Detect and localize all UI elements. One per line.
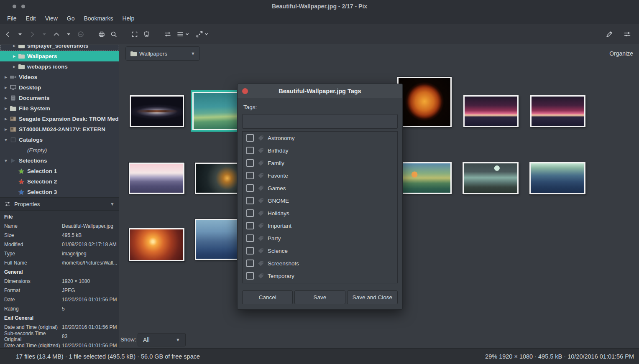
chevron-collapsed-icon[interactable]: ▸ [3,95,9,101]
tag-row-gnome[interactable]: GNOME [243,194,397,207]
chevron-collapsed-icon[interactable]: ▸ [11,45,18,48]
search-icon[interactable] [107,27,120,41]
tag-checkbox-science[interactable] [246,247,254,255]
print-icon[interactable] [95,27,107,41]
main-menu-icon[interactable] [174,27,193,41]
tag-checkbox-important[interactable] [246,222,254,229]
tag-checkbox-holidays[interactable] [246,209,254,217]
tag-row-screenshots[interactable]: Screenshots [243,257,397,270]
sidebar-item-selection-3[interactable]: ★Selection 3 [0,187,119,197]
menu-go[interactable]: Go [62,13,79,24]
property-row-rating: Rating5 [0,304,119,313]
tag-row-temporary[interactable]: Temporary [243,270,397,282]
thumbnail-tealmtn[interactable] [463,162,519,194]
sidebar-item-file-system[interactable]: ▸File System [0,103,119,114]
property-row-sub-seconds-time-original: Sub-seconds Time Original83 [0,332,119,341]
chevron-collapsed-icon[interactable]: ▸ [3,106,9,111]
sidebar-item-seagate-expansion-desk-trom-media[interactable]: ▸Seagate Expansion Desk: TROM Media [0,114,119,124]
tag-row-games[interactable]: Games [243,182,397,194]
sidebar: ▸smplayer_screenshots▸Wallpapers▸webapps… [0,45,119,348]
fullscreen-icon[interactable] [193,27,212,41]
thumbnail-pinkmtn[interactable] [129,163,184,194]
sidebar-item-videos[interactable]: ▸Videos [0,72,119,82]
show-filter-value: All [143,336,150,343]
tag-checkbox-games[interactable] [246,184,254,192]
sidebar-item-selection-1[interactable]: ★Selection 1 [0,166,119,176]
chevron-collapsed-icon[interactable]: ▸ [3,116,9,122]
thumbnail-sun[interactable] [397,77,452,127]
tag-checkbox-family[interactable] [246,159,254,167]
menu-bookmarks[interactable]: Bookmarks [79,13,118,24]
property-section-exif-general: Exif General [0,313,119,323]
tag-checkbox-gnome[interactable] [246,197,254,204]
down-dropdown-icon[interactable] [62,27,74,41]
show-filter-dropdown[interactable]: All ▼ [138,333,186,346]
tools-icon[interactable] [621,27,633,41]
menu-help[interactable]: Help [118,13,139,24]
chevron-collapsed-icon[interactable]: ▸ [11,64,18,69]
sidebar-item-selection-2[interactable]: ★Selection 2 [0,176,119,187]
cancel-button[interactable]: Cancel [242,290,293,304]
sidebar-item-catalogs[interactable]: ▾Catalogs [0,135,119,145]
tag-checkbox-favorite[interactable] [246,172,254,179]
sidebar-item-selections[interactable]: ▾Selections [0,155,119,166]
toolbar-separator [91,24,91,44]
tag-row-favorite[interactable]: Favorite [243,169,397,182]
tag-row-holidays[interactable]: Holidays [243,207,397,219]
location-dropdown[interactable]: Wallpapers ▼ [125,46,200,61]
tag-row-party[interactable]: Party [243,232,397,244]
tag-checkbox-party[interactable] [246,234,254,242]
save-button[interactable]: Save [294,290,345,304]
chevron-collapsed-icon[interactable]: ▸ [11,53,18,59]
sidebar-item-wallpapers[interactable]: ▸Wallpapers [0,51,119,61]
tags-dialog-title: Beautiful-Wallpaper.jpg Tags [238,88,402,94]
chevron-expanded-icon[interactable]: ▾ [3,158,9,163]
tag-row-birthday[interactable]: Birthday [243,144,397,157]
chevron-expanded-icon[interactable]: ▾ [3,137,9,143]
organize-button[interactable]: Organize [608,46,635,61]
sidebar-item-label: Videos [19,74,37,80]
sidebar-item-st4000lm024-2an17v-extern[interactable]: ▸ST4000LM024-2AN17V: EXTERN [0,124,119,135]
tag-checkbox-birthday[interactable] [246,147,254,154]
save-and-close-button[interactable]: Save and Close [347,290,398,304]
sidebar-item-desktop[interactable]: ▸Desktop [0,82,119,93]
adjust-icon[interactable] [161,27,174,41]
thumbnail-pink2[interactable] [530,95,585,127]
tag-row-astronomy[interactable]: Astronomy [243,132,397,144]
crop-icon[interactable] [128,27,141,41]
sidebar-item-smplayer-screenshots[interactable]: ▸smplayer_screenshots [0,45,119,51]
tag-row-family[interactable]: Family [243,157,397,169]
menu-file[interactable]: File [3,13,21,24]
selections-icon [9,158,17,164]
thumbnail-galaxy[interactable] [130,95,184,127]
tag-row-important[interactable]: Important [243,219,397,232]
titlebar: Beautiful-Wallpaper.jpg - 2/17 - Pix [0,0,639,13]
menu-edit[interactable]: Edit [21,13,41,24]
tags-input[interactable] [242,114,398,129]
back-history-dropdown-icon[interactable] [14,27,26,41]
chevron-collapsed-icon[interactable]: ▸ [3,127,9,132]
sidebar-item-webapps-icons[interactable]: ▸webapps icons [0,61,119,72]
chevron-down-icon: ▼ [110,201,115,206]
back-icon[interactable] [2,27,14,41]
up-icon[interactable] [50,27,62,41]
sidebar-item-label: Desktop [19,84,41,91]
thumbnail-flat[interactable] [401,162,452,194]
properties-header[interactable]: Properties ▼ [0,197,119,211]
tag-row-science[interactable]: Science [243,244,397,257]
menu-view[interactable]: View [41,13,62,24]
close-icon[interactable] [242,88,248,94]
sidebar-item-documents[interactable]: ▸Documents [0,93,119,103]
chevron-collapsed-icon[interactable]: ▸ [3,85,9,90]
tag-checkbox-temporary[interactable] [246,272,254,280]
tag-label: Science [268,248,288,254]
thumbnail-nightforest[interactable] [529,162,585,194]
sidebar-item-empty[interactable]: (Empty) [0,145,119,155]
chevron-collapsed-icon[interactable]: ▸ [3,74,9,80]
edit-image-icon[interactable] [603,27,615,41]
thumbnail-pink1[interactable] [463,95,519,127]
slideshow-icon[interactable] [141,27,153,41]
thumbnail-orange[interactable] [129,228,184,261]
tag-checkbox-screenshots[interactable] [246,260,254,267]
tag-checkbox-astronomy[interactable] [246,134,254,142]
